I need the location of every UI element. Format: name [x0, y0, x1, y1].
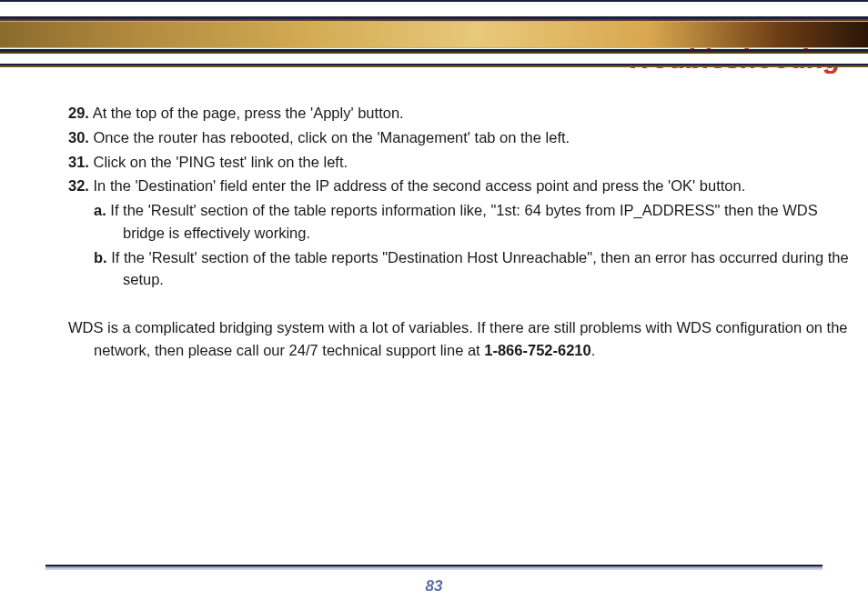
- step-item: 31. Click on the 'PING test' link on the…: [68, 151, 852, 174]
- step-number: 31.: [68, 154, 89, 170]
- band-line: [0, 65, 868, 67]
- band-gap: [0, 54, 868, 64]
- substep-text: If the 'Result' section of the table rep…: [110, 202, 817, 241]
- step-item: 29. At the top of the page, press the 'A…: [68, 102, 852, 125]
- step-text: Click on the 'PING test' link on the lef…: [94, 154, 348, 170]
- step-number: 32.: [68, 177, 89, 194]
- support-phone: 1-866-752-6210: [484, 342, 590, 358]
- step-text: Once the router has rebooted, click on t…: [94, 129, 570, 145]
- step-number: 30.: [68, 129, 89, 145]
- substep-label: b.: [94, 249, 107, 265]
- band-gradient: Troubleshooting: [0, 21, 868, 48]
- band-gap: [0, 2, 868, 16]
- step-text: At the top of the page, press the 'Apply…: [93, 105, 404, 121]
- step-number: 29.: [68, 105, 89, 121]
- step-item: 32. In the 'Destination' field enter the…: [68, 175, 852, 197]
- footer-line: [45, 568, 823, 570]
- paragraph-pre: WDS is a complicated bridging system wit…: [68, 319, 848, 358]
- header-band: Troubleshooting: [0, 0, 868, 67]
- step-item: 30. Once the router has rebooted, click …: [68, 126, 852, 149]
- content-area: 29. At the top of the page, press the 'A…: [0, 67, 868, 362]
- substep-label: a.: [94, 202, 106, 218]
- substep-text: If the 'Result' section of the table rep…: [111, 249, 848, 288]
- paragraph-post: .: [591, 342, 596, 358]
- substep-item: b. If the 'Result' section of the table …: [77, 246, 852, 292]
- substep-item: a. If the 'Result' section of the table …: [77, 199, 852, 245]
- step-text: In the 'Destination' field enter the IP …: [94, 177, 746, 194]
- paragraph: WDS is a complicated bridging system wit…: [68, 316, 852, 362]
- page-number: 83: [0, 577, 868, 596]
- footer-band: [45, 565, 823, 570]
